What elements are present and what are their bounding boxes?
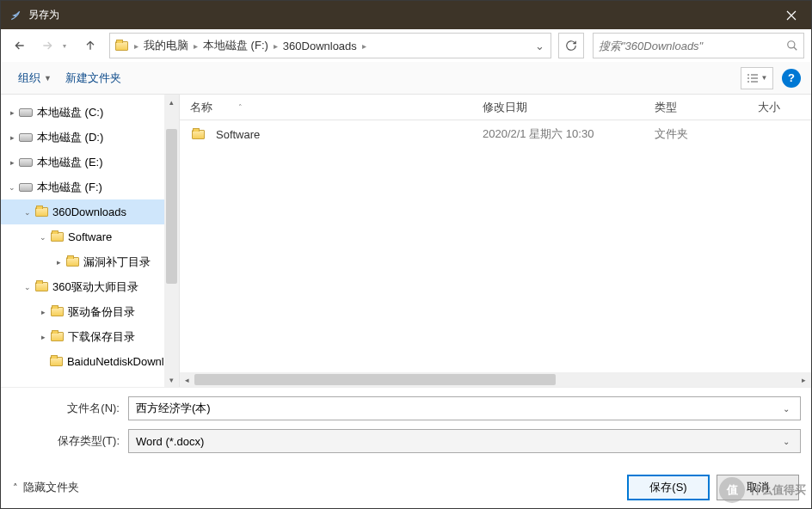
collapse-icon[interactable]: ⌄ — [6, 183, 18, 192]
titlebar: 另存为 — [1, 1, 811, 29]
collapse-icon[interactable]: ⌄ — [22, 283, 34, 291]
drive-icon — [18, 181, 34, 194]
chevron-right-icon: ▸ — [192, 41, 200, 51]
hide-folders-button[interactable]: ˄ 隐藏文件夹 — [13, 480, 79, 495]
column-headers: 名称˄ 修改日期 类型 大小 — [180, 95, 811, 120]
address-dropdown[interactable]: ⌄ — [532, 40, 547, 52]
tree-node-drive-d[interactable]: ▸本地磁盘 (D:) — [1, 125, 179, 150]
view-icon — [747, 73, 759, 83]
scroll-up-icon[interactable]: ▴ — [164, 95, 179, 109]
filename-label: 文件名(N): — [11, 401, 128, 416]
nav-up-button[interactable] — [78, 34, 102, 58]
close-button[interactable] — [772, 1, 811, 29]
tree-node-drive-c[interactable]: ▸本地磁盘 (C:) — [1, 100, 179, 125]
scroll-left-icon[interactable]: ◂ — [180, 376, 194, 384]
filetype-dropdown[interactable]: ⌄ — [779, 437, 793, 446]
refresh-button[interactable] — [558, 33, 584, 58]
tree-node-baidu[interactable]: BaiduNetdiskDownload — [1, 349, 179, 374]
expand-icon[interactable]: ▸ — [52, 258, 65, 267]
app-icon — [9, 9, 22, 21]
tree-node-driverbackup[interactable]: ▸驱动备份目录 — [1, 299, 179, 324]
expand-icon[interactable]: ▸ — [6, 133, 18, 142]
filetype-value: Word (*.docx) — [136, 435, 779, 448]
tree-node-software[interactable]: ⌄Software — [1, 224, 179, 249]
expand-icon[interactable]: ▸ — [37, 333, 49, 341]
dialog-body: ▸本地磁盘 (C:) ▸本地磁盘 (D:) ▸本地磁盘 (E:) ⌄本地磁盘 (… — [1, 95, 811, 387]
file-row[interactable]: Software 2020/2/1 星期六 10:30 文件夹 — [180, 120, 811, 148]
expand-icon[interactable]: ▸ — [6, 108, 18, 117]
file-list: Software 2020/2/1 星期六 10:30 文件夹 — [180, 120, 811, 372]
folder-icon — [190, 127, 206, 141]
tree-node-drive-f[interactable]: ⌄本地磁盘 (F:) — [1, 175, 179, 199]
nav-back-button[interactable] — [8, 34, 32, 58]
folder-icon — [34, 205, 49, 219]
organize-button[interactable]: 组织▼ — [11, 67, 58, 89]
arrow-up-icon — [83, 39, 97, 52]
scrollbar-thumb[interactable] — [194, 374, 556, 385]
scroll-right-icon[interactable]: ▸ — [797, 376, 811, 384]
column-size[interactable]: 大小 — [747, 100, 811, 115]
column-date[interactable]: 修改日期 — [472, 100, 644, 115]
tree-node-360downloads[interactable]: ⌄360Downloads — [1, 199, 179, 224]
scrollbar-track[interactable] — [194, 372, 797, 387]
folder-icon — [49, 355, 64, 369]
expand-icon[interactable]: ▸ — [6, 158, 18, 167]
folder-tree: ▸本地磁盘 (C:) ▸本地磁盘 (D:) ▸本地磁盘 (E:) ⌄本地磁盘 (… — [1, 95, 180, 387]
cancel-button[interactable]: 取消 — [717, 475, 799, 500]
filename-field[interactable]: ⌄ — [128, 396, 801, 420]
filetype-label: 保存类型(T): — [11, 433, 128, 449]
search-box[interactable] — [593, 33, 804, 58]
file-list-panel: 名称˄ 修改日期 类型 大小 Software 2020/2/1 星期六 10:… — [180, 95, 811, 387]
chevron-right-icon: ▸ — [360, 41, 368, 51]
folder-icon — [49, 330, 65, 344]
drive-icon — [18, 156, 34, 169]
save-form: 文件名(N): ⌄ 保存类型(T): Word (*.docx) ⌄ — [1, 387, 811, 467]
collapse-icon[interactable]: ⌄ — [22, 208, 34, 217]
save-button[interactable]: 保存(S) — [627, 475, 710, 500]
breadcrumb-segment[interactable]: 360Downloads — [280, 34, 360, 58]
search-icon — [786, 40, 798, 52]
chevron-right-icon: ▸ — [132, 41, 140, 51]
sort-indicator-icon: ˄ — [238, 103, 243, 112]
search-input[interactable] — [599, 40, 786, 52]
column-name[interactable]: 名称˄ — [180, 100, 472, 115]
folder-icon — [34, 280, 49, 294]
filename-dropdown[interactable]: ⌄ — [779, 404, 793, 414]
drive-icon — [18, 106, 34, 120]
horizontal-scrollbar[interactable]: ◂ ▸ — [180, 372, 811, 387]
help-button[interactable]: ? — [782, 69, 801, 88]
arrow-right-icon — [40, 39, 54, 52]
tree-node-patch[interactable]: ▸漏洞补丁目录 — [1, 249, 179, 274]
new-folder-button[interactable]: 新建文件夹 — [58, 67, 128, 89]
save-as-dialog: 另存为 ▾ ▸ 我的电脑 ▸ 本地磁盘 (F:) ▸ 360Downloads … — [0, 0, 812, 509]
svg-point-0 — [788, 41, 795, 48]
tree-node-dlsave[interactable]: ▸下载保存目录 — [1, 324, 179, 349]
filetype-field[interactable]: Word (*.docx) ⌄ — [128, 429, 801, 453]
tree-scrollbar[interactable]: ▴ ▾ — [164, 95, 179, 387]
breadcrumb-segment[interactable]: 本地磁盘 (F:) — [200, 34, 272, 58]
column-type[interactable]: 类型 — [644, 100, 747, 115]
filename-input[interactable] — [136, 402, 779, 415]
expand-icon[interactable]: ▸ — [37, 308, 49, 316]
chevron-up-icon: ˄ — [13, 482, 18, 494]
close-icon — [786, 10, 797, 21]
folder-icon — [49, 230, 65, 244]
scroll-down-icon[interactable]: ▾ — [164, 372, 179, 387]
arrow-left-icon — [13, 39, 27, 52]
nav-forward-button[interactable] — [35, 34, 59, 58]
folder-icon — [49, 305, 65, 319]
folder-icon — [65, 255, 80, 269]
refresh-icon — [565, 40, 577, 52]
chevron-right-icon: ▸ — [272, 41, 280, 51]
dialog-footer: ˄ 隐藏文件夹 保存(S) 取消 值 什么值得买 — [1, 467, 811, 508]
tree-node-360driver[interactable]: ⌄360驱动大师目录 — [1, 274, 179, 299]
toolbar: 组织▼ 新建文件夹 ▼ ? — [1, 62, 811, 95]
nav-row: ▾ ▸ 我的电脑 ▸ 本地磁盘 (F:) ▸ 360Downloads ▸ ⌄ — [1, 29, 811, 62]
scrollbar-thumb[interactable] — [166, 129, 177, 284]
collapse-icon[interactable]: ⌄ — [37, 233, 49, 242]
address-bar[interactable]: ▸ 我的电脑 ▸ 本地磁盘 (F:) ▸ 360Downloads ▸ ⌄ — [109, 33, 551, 58]
tree-node-drive-e[interactable]: ▸本地磁盘 (E:) — [1, 150, 179, 175]
view-options-button[interactable]: ▼ — [741, 67, 773, 89]
nav-history-dropdown[interactable]: ▾ — [63, 42, 75, 50]
breadcrumb-segment[interactable]: 我的电脑 — [140, 34, 192, 58]
